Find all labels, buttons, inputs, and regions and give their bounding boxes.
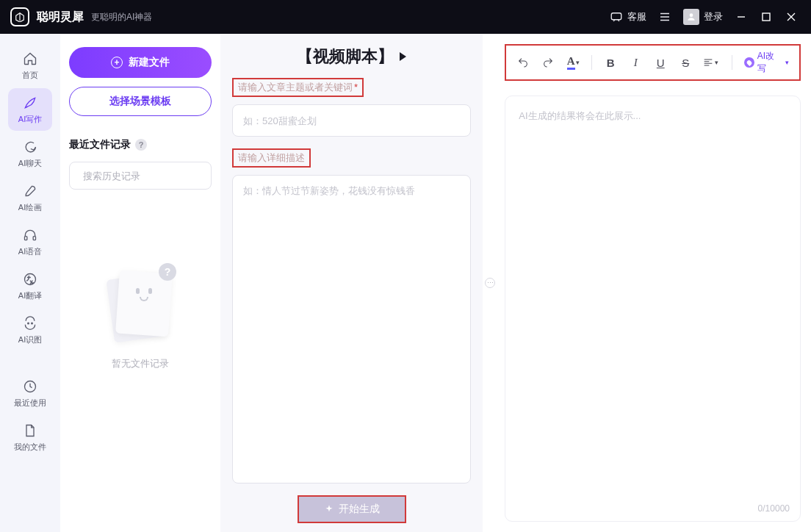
file-icon: [22, 423, 38, 439]
chevron-down-icon: ▾: [785, 59, 789, 66]
nav-label: AI翻译: [18, 290, 42, 301]
app-tagline: 更聪明的AI神器: [91, 11, 152, 24]
nav-label: AI写作: [18, 114, 42, 125]
divider-handle-icon: ⋯: [485, 278, 495, 288]
search-history-box[interactable]: [69, 162, 212, 190]
nav-ai-paint[interactable]: AI绘画: [8, 176, 52, 219]
svg-rect-0: [611, 13, 621, 20]
brush-icon: [22, 183, 38, 199]
recent-files-heading: 最近文件记录 ?: [69, 138, 212, 151]
nav-label: AI绘画: [18, 202, 42, 213]
plus-icon: +: [111, 57, 123, 68]
middle-panel: 【视频脚本】 请输入文章主题或者关键词* 请输入详细描述 开始生成: [220, 34, 483, 532]
strike-button[interactable]: S: [674, 53, 696, 72]
nav-label: AI识图: [18, 334, 42, 345]
nav-my-files[interactable]: 我的文件: [8, 416, 52, 459]
recent-title: 最近文件记录: [69, 138, 131, 151]
nav-label: 首页: [22, 70, 38, 81]
empty-text: 暂无文件记录: [112, 357, 169, 370]
nav-ai-chat[interactable]: AI聊天: [8, 132, 52, 175]
nav-ai-audio[interactable]: AI语音: [8, 220, 52, 263]
window-maximize-button[interactable]: [754, 6, 779, 28]
nav-label: 我的文件: [14, 442, 46, 453]
app-name: 聪明灵犀: [37, 10, 84, 25]
recent-icon: [22, 378, 38, 395]
right-panel: A▾ B I U S ▾ AI改写 ▾ AI生成的结果将会在此展示... 0/1…: [497, 34, 811, 532]
app-logo: [10, 7, 29, 26]
ai-rewrite-button[interactable]: AI改写 ▾: [740, 50, 793, 75]
headphone-icon: [22, 227, 38, 243]
choose-template-button[interactable]: 选择场景模板: [69, 87, 212, 116]
nav-ai-vision[interactable]: AI识图: [8, 309, 52, 351]
customer-service-button[interactable]: 客服: [604, 6, 652, 28]
help-icon[interactable]: ?: [135, 139, 147, 151]
generate-button[interactable]: 开始生成: [298, 495, 406, 523]
avatar-icon: [683, 9, 699, 25]
generate-label: 开始生成: [339, 503, 380, 516]
toolbar-separator: [591, 55, 592, 70]
nav-label: AI语音: [18, 246, 42, 257]
editor-toolbar: A▾ B I U S ▾ AI改写 ▾: [505, 44, 801, 81]
description-input[interactable]: [232, 175, 471, 484]
menu-button[interactable]: [652, 6, 677, 28]
char-counter: 0/10000: [758, 503, 790, 514]
nav-ai-translate[interactable]: AI翻译: [8, 265, 52, 307]
svg-rect-4: [33, 236, 35, 240]
vision-icon: [22, 315, 38, 331]
font-color-button[interactable]: A▾: [562, 53, 584, 72]
customer-service-label: 客服: [627, 10, 646, 24]
redo-button[interactable]: [537, 53, 559, 72]
translate-icon: [22, 271, 38, 287]
nav-recent[interactable]: 最近使用: [8, 372, 52, 414]
chat-icon: [22, 139, 38, 155]
pen-icon: [22, 95, 38, 111]
align-button[interactable]: ▾: [699, 53, 721, 72]
window-minimize-button[interactable]: [729, 6, 754, 28]
nav-home[interactable]: 首页: [8, 44, 52, 87]
sparkle-icon: [324, 504, 334, 514]
result-area[interactable]: AI生成的结果将会在此展示... 0/10000: [505, 96, 801, 522]
empty-illustration: ?: [107, 270, 173, 344]
svg-point-1: [690, 13, 693, 17]
svg-point-7: [32, 323, 33, 324]
new-file-button[interactable]: + 新建文件: [69, 47, 212, 78]
title-bar: 聪明灵犀 更聪明的AI神器 客服 登录: [0, 0, 811, 34]
nav-ai-writing[interactable]: AI写作: [8, 88, 52, 131]
svg-point-5: [25, 273, 36, 284]
empty-state: ? 暂无文件记录: [69, 270, 212, 370]
svg-point-6: [28, 323, 29, 324]
italic-button[interactable]: I: [624, 53, 646, 72]
login-label: 登录: [704, 10, 723, 24]
script-type-selector[interactable]: 【视频脚本】: [232, 46, 471, 68]
svg-rect-2: [763, 13, 770, 21]
ai-rewrite-label: AI改写: [757, 50, 782, 75]
topic-label: 请输入文章主题或者关键词*: [232, 78, 364, 97]
nav-label: 最近使用: [14, 398, 46, 409]
sidebar: 首页 AI写作 AI聊天 AI绘画 AI语音 AI翻译 AI识图 最: [0, 34, 60, 532]
droplet-icon: [744, 57, 754, 68]
play-icon: [400, 52, 406, 61]
window-close-button[interactable]: [779, 6, 804, 28]
panel-divider[interactable]: ⋯: [483, 34, 497, 532]
bold-button[interactable]: B: [599, 53, 621, 72]
result-placeholder: AI生成的结果将会在此展示...: [519, 110, 641, 121]
search-history-input[interactable]: [83, 170, 206, 181]
script-type-label: 【视频脚本】: [297, 46, 394, 68]
description-label: 请输入详细描述: [232, 148, 311, 168]
new-file-label: 新建文件: [129, 56, 170, 69]
left-panel: + 新建文件 选择场景模板 最近文件记录 ? ? 暂无文件记录: [60, 34, 220, 532]
home-icon: [22, 51, 38, 67]
undo-button[interactable]: [512, 53, 534, 72]
nav-label: AI聊天: [18, 158, 42, 169]
choose-template-label: 选择场景模板: [109, 95, 171, 108]
login-button[interactable]: 登录: [677, 6, 729, 28]
underline-button[interactable]: U: [649, 53, 671, 72]
toolbar-separator: [732, 55, 732, 70]
topic-input[interactable]: [232, 104, 471, 137]
svg-rect-3: [25, 236, 27, 240]
